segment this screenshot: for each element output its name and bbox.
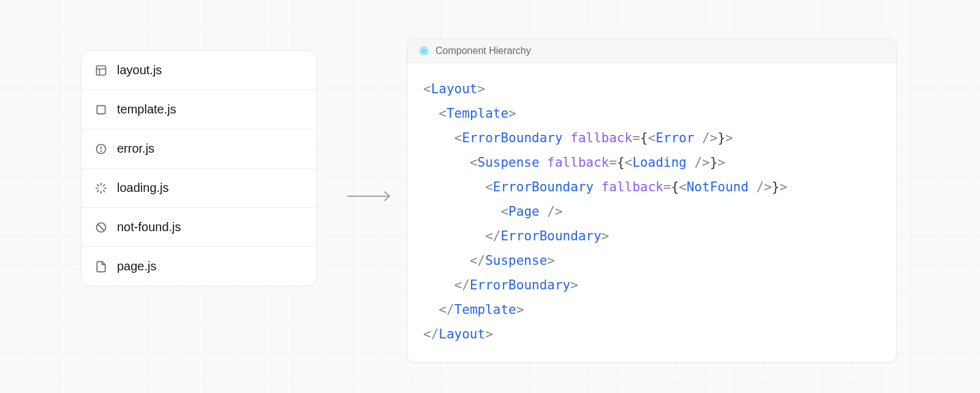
- svg-line-9: [97, 185, 99, 186]
- layout-icon: [95, 64, 107, 77]
- file-icon: [95, 261, 107, 273]
- hierarchy-panel: Component Hierarchy <Layout> <Template> …: [407, 39, 897, 363]
- arrow-right-icon: [347, 191, 392, 201]
- svg-rect-3: [97, 105, 105, 113]
- file-item-error: error.js: [81, 129, 317, 169]
- square-icon: [95, 104, 107, 116]
- panel-header: Component Hierarchy: [407, 39, 896, 63]
- file-label: loading.js: [117, 181, 169, 195]
- file-item-page: page.js: [81, 247, 317, 286]
- file-item-loading: loading.js: [81, 169, 317, 208]
- svg-rect-0: [97, 66, 106, 75]
- denied-icon: [95, 221, 107, 234]
- svg-line-13: [97, 190, 99, 191]
- svg-line-14: [104, 185, 105, 186]
- file-item-not-found: not-found.js: [81, 208, 317, 247]
- file-list: layout.js template.js error.js: [81, 50, 317, 286]
- react-icon: [418, 45, 429, 56]
- alert-icon: [95, 143, 107, 155]
- svg-line-10: [104, 190, 105, 191]
- diagram-canvas: layout.js template.js error.js: [0, 0, 980, 393]
- file-label: not-found.js: [117, 220, 181, 234]
- file-item-template: template.js: [81, 90, 317, 129]
- component-hierarchy-code: <Layout> <Template> <ErrorBoundary fallb…: [407, 63, 896, 362]
- svg-point-18: [423, 50, 425, 52]
- file-item-layout: layout.js: [81, 51, 317, 90]
- spinner-icon: [95, 182, 107, 194]
- file-label: page.js: [117, 259, 157, 273]
- panel-title: Component Hierarchy: [435, 45, 531, 56]
- file-label: error.js: [117, 142, 154, 156]
- file-label: template.js: [117, 102, 176, 116]
- svg-line-16: [98, 224, 105, 231]
- svg-point-6: [101, 151, 102, 151]
- file-label: layout.js: [117, 63, 162, 77]
